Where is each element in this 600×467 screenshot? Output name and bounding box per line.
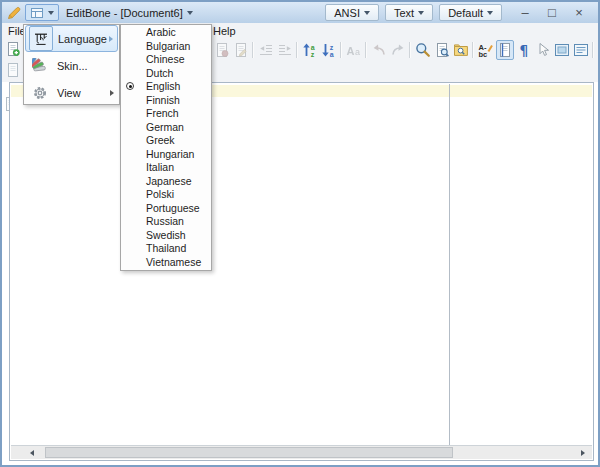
scroll-left-arrow[interactable] — [25, 446, 39, 459]
titlebar-button-default[interactable]: Default — [439, 4, 502, 21]
document-tab-icon[interactable] — [5, 62, 21, 78]
toolbar-icons: azzaAaA-bc¶ — [212, 39, 600, 61]
menu-item-language[interactable]: Language — [25, 25, 118, 52]
toolbar-separator — [592, 42, 594, 58]
editor-area[interactable] — [9, 82, 594, 461]
frame-icon[interactable] — [553, 40, 571, 60]
language-label: Finnish — [146, 94, 180, 106]
close-button[interactable]: × — [570, 4, 588, 21]
pilcrow-icon[interactable]: ¶ — [515, 40, 533, 60]
titlebar-buttons: ANSITextDefault — [325, 4, 502, 21]
sort-ascending-icon[interactable]: az — [301, 40, 319, 60]
close-document-icon[interactable] — [213, 40, 231, 60]
language-label: Russian — [146, 215, 184, 227]
split-divider[interactable] — [449, 84, 450, 446]
language-label: Chinese — [146, 53, 185, 65]
button-label: Text — [394, 7, 414, 19]
window-controls: –□× — [516, 4, 588, 21]
caret-down-icon — [48, 11, 54, 15]
menu-item-skin[interactable]: Skin... — [25, 52, 118, 79]
minimize-button[interactable]: – — [516, 4, 534, 21]
toolbar-separator — [252, 42, 254, 58]
titlebar-button-ansi[interactable]: ANSI — [325, 4, 379, 21]
menu-item-language-dutch[interactable]: Dutch — [121, 67, 211, 81]
language-label: Hungarian — [146, 148, 194, 160]
menu-item-label: View — [57, 87, 81, 99]
menu-item-language-bulgarian[interactable]: Bulgarian — [121, 40, 211, 54]
language-label: Italian — [146, 161, 174, 173]
find-document-icon[interactable] — [433, 40, 451, 60]
edit-document-icon[interactable] — [232, 40, 250, 60]
title-caret-icon[interactable] — [187, 11, 193, 15]
menu-item-language-japanese[interactable]: Japanese — [121, 175, 211, 189]
undo-icon[interactable] — [370, 40, 388, 60]
horizontal-scrollbar[interactable] — [11, 445, 592, 459]
toolbar-separator — [472, 42, 474, 58]
language-label: French — [146, 107, 179, 119]
skin-icon — [28, 58, 52, 74]
titlebar: EditBone - [Document6] ANSITextDefault –… — [2, 2, 598, 23]
selected-radio-icon — [126, 82, 134, 90]
language-label: Japanese — [146, 175, 192, 187]
caret-down-icon — [364, 11, 370, 15]
redo-icon[interactable] — [389, 40, 407, 60]
titlebar-button-text[interactable]: Text — [385, 4, 433, 21]
submenu-arrow-icon — [110, 90, 114, 96]
line-style-icon[interactable] — [496, 40, 514, 60]
scroll-right-arrow[interactable] — [576, 446, 590, 459]
list-icon[interactable] — [572, 40, 590, 60]
menu-item-language-russian[interactable]: Russian — [121, 215, 211, 229]
sort-descending-icon[interactable]: za — [320, 40, 338, 60]
language-label: Dutch — [146, 67, 173, 79]
svg-text:a: a — [329, 51, 333, 58]
indent-right-icon[interactable] — [276, 40, 294, 60]
caret-down-icon — [418, 11, 424, 15]
indent-left-icon[interactable] — [257, 40, 275, 60]
menu-item-label: Language — [58, 33, 107, 45]
button-label: Default — [448, 7, 483, 19]
menu-item-label: Skin... — [57, 60, 88, 72]
svg-text:a: a — [355, 47, 360, 57]
language-label: Arabic — [146, 26, 176, 38]
menu-item-language-greek[interactable]: Greek — [121, 134, 211, 148]
menu-item-language-finnish[interactable]: Finnish — [121, 94, 211, 108]
svg-text:¶: ¶ — [519, 42, 528, 58]
maximize-button[interactable]: □ — [543, 4, 561, 21]
caret-down-icon — [487, 11, 493, 15]
language-label: Greek — [146, 134, 175, 146]
scrollbar-thumb[interactable] — [45, 447, 453, 458]
language-label: English — [146, 80, 180, 92]
text-case-icon[interactable]: Aa — [345, 40, 363, 60]
language-label: Thailand — [146, 242, 186, 254]
menu-item-language-hungarian[interactable]: Hungarian — [121, 148, 211, 162]
menu-item-language-french[interactable]: French — [121, 107, 211, 121]
view-icon — [28, 85, 52, 101]
spell-check-icon[interactable]: A-bc — [477, 40, 495, 60]
menu-item-language-english[interactable]: English — [121, 80, 211, 94]
zoom-icon[interactable] — [414, 40, 432, 60]
new-document-button[interactable] — [5, 41, 21, 57]
menu-item-language-vietnamese[interactable]: Vietnamese — [121, 256, 211, 270]
clipped-icon[interactable] — [597, 40, 600, 60]
menu-help[interactable]: Help — [207, 23, 242, 39]
svg-text:z: z — [329, 44, 333, 51]
menu-item-language-thailand[interactable]: Thailand — [121, 242, 211, 256]
select-mode-icon[interactable] — [534, 40, 552, 60]
menu-item-language-portuguese[interactable]: Portuguese — [121, 202, 211, 216]
button-label: ANSI — [334, 7, 360, 19]
menu-item-language-german[interactable]: German — [121, 121, 211, 135]
submenu-arrow-icon — [109, 36, 113, 42]
menu-item-language-arabic[interactable]: Arabic — [121, 26, 211, 40]
language-label: Portuguese — [146, 202, 200, 214]
menu-item-language-polski[interactable]: Polski — [121, 188, 211, 202]
menu-item-view[interactable]: View — [25, 79, 118, 106]
find-in-files-icon[interactable] — [452, 40, 470, 60]
app-menu-button[interactable] — [25, 4, 59, 21]
language-label: German — [146, 121, 184, 133]
svg-text:z: z — [310, 51, 314, 58]
menu-item-language-italian[interactable]: Italian — [121, 161, 211, 175]
menu-item-language-chinese[interactable]: Chinese — [121, 53, 211, 67]
menu-item-language-swedish[interactable]: Swedish — [121, 229, 211, 243]
window-title: EditBone - [Document6] — [66, 7, 193, 19]
app-menu-icon — [30, 6, 44, 20]
